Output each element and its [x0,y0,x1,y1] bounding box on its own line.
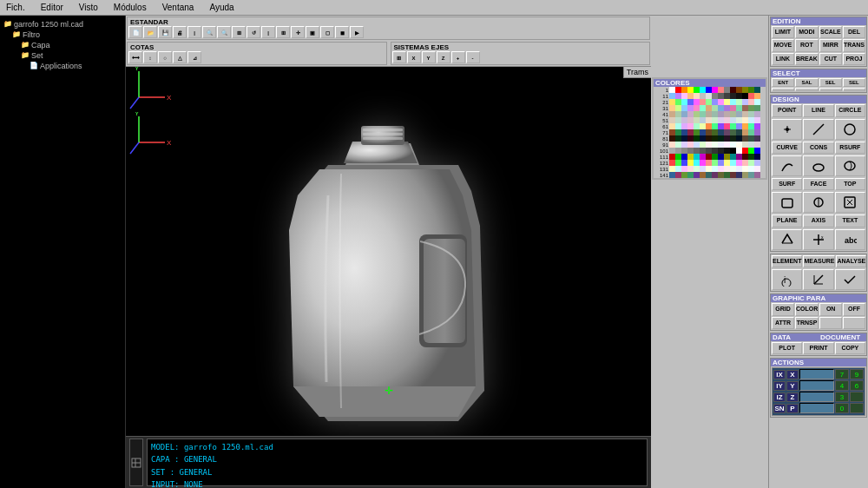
color-cell[interactable] [700,148,706,154]
color-cell[interactable] [748,160,754,166]
color-cell[interactable] [748,148,754,154]
btn-proj[interactable]: PROJ [843,53,865,65]
btn-measure[interactable]: MEASURE [803,255,835,267]
btn-trnsp[interactable]: TRNSP [795,317,819,329]
color-cell[interactable] [687,142,694,148]
cota-2[interactable]: ↕ [143,51,157,63]
btn-link[interactable]: LINK [772,53,794,65]
menu-ventana[interactable]: Ventana [160,2,197,13]
color-cell[interactable] [730,135,736,142]
menu-ayuda[interactable]: Ayuda [207,2,236,13]
color-cell[interactable] [694,172,700,178]
color-cell[interactable] [724,93,730,99]
color-cell[interactable] [754,93,760,99]
color-cell[interactable] [718,172,724,178]
color-cell[interactable] [681,148,687,154]
color-cell[interactable] [712,135,718,142]
color-cell[interactable] [700,160,706,166]
color-cell[interactable] [687,99,694,105]
color-cell[interactable] [669,166,675,172]
color-cell[interactable] [724,129,730,135]
btn-axis[interactable]: AXIS [803,214,833,227]
color-cell[interactable] [681,93,687,99]
z-field[interactable] [799,392,834,402]
sel-r4[interactable] [843,88,865,91]
color-cell[interactable] [730,105,736,111]
color-cell[interactable] [724,99,730,105]
color-cell[interactable] [706,123,712,129]
color-cell[interactable] [736,99,742,105]
color-cell[interactable] [669,129,675,135]
icon-line[interactable] [803,119,833,140]
color-cell[interactable] [669,160,675,166]
color-cell[interactable] [718,117,724,123]
color-cell[interactable] [742,111,748,117]
p-field[interactable] [799,403,834,413]
btn-line[interactable]: LINE [803,104,833,116]
color-cell[interactable] [736,166,742,172]
color-cell[interactable] [681,166,687,172]
color-cell[interactable] [687,93,694,99]
color-cell[interactable] [681,99,687,105]
sis-3[interactable]: Y [422,51,436,63]
color-cell[interactable] [724,123,730,129]
color-cell[interactable] [754,99,760,105]
tb-grid[interactable]: ⊞ [276,26,290,38]
color-cell[interactable] [675,142,681,148]
btn-cut[interactable]: CUT [819,53,842,65]
btn-text[interactable]: TEXT [835,214,865,227]
color-cell[interactable] [694,87,700,93]
color-cell[interactable] [730,123,736,129]
color-cell[interactable] [712,105,718,111]
color-cell[interactable] [724,87,730,93]
tree-capa[interactable]: 📁 Capa [3,40,122,50]
color-cell[interactable] [675,111,681,117]
color-cell[interactable] [742,117,748,123]
color-cell[interactable] [669,105,675,111]
color-cell[interactable] [754,123,760,129]
btn-move[interactable]: MOVE [772,39,794,51]
color-cell[interactable] [742,160,748,166]
tree-filtro[interactable]: 📁 Filtro [3,30,122,40]
color-cell[interactable] [669,148,675,154]
color-cell[interactable] [730,87,736,93]
color-cell[interactable] [748,93,754,99]
color-cell[interactable] [712,117,718,123]
color-cell[interactable] [687,123,694,129]
color-cell[interactable] [675,93,681,99]
sis-6[interactable]: - [466,51,480,63]
color-cell[interactable] [694,148,700,154]
color-cell[interactable] [748,142,754,148]
color-cell[interactable] [742,123,748,129]
color-cell[interactable] [718,135,724,142]
color-cell[interactable] [681,154,687,160]
color-cell[interactable] [724,160,730,166]
color-cell[interactable] [694,154,700,160]
btn-top[interactable]: TOP [835,178,865,190]
color-cell[interactable] [675,129,681,135]
sel-sel1[interactable]: SEL [819,78,842,87]
color-cell[interactable] [718,129,724,135]
color-cell[interactable] [742,154,748,160]
color-cell[interactable] [700,166,706,172]
color-cell[interactable] [718,160,724,166]
color-cell[interactable] [736,123,742,129]
color-cell[interactable] [742,87,748,93]
tb-wire[interactable]: ◻ [320,26,334,38]
color-cell[interactable] [730,111,736,117]
tree-set[interactable]: 📁 Set [3,50,122,61]
color-cell[interactable] [724,135,730,142]
color-cell[interactable] [748,105,754,111]
btn-curve[interactable]: CURVE [772,142,802,154]
x-field[interactable] [799,369,834,379]
color-cell[interactable] [724,148,730,154]
color-cell[interactable] [706,166,712,172]
icon-surf[interactable] [772,192,802,213]
color-cell[interactable] [718,166,724,172]
tb-save[interactable]: 💾 [158,26,172,38]
color-cell[interactable] [712,93,718,99]
color-cell[interactable] [700,105,706,111]
y-field[interactable] [799,380,834,391]
color-cell[interactable] [736,129,742,135]
btn-limit[interactable]: LIMIT [772,26,794,38]
